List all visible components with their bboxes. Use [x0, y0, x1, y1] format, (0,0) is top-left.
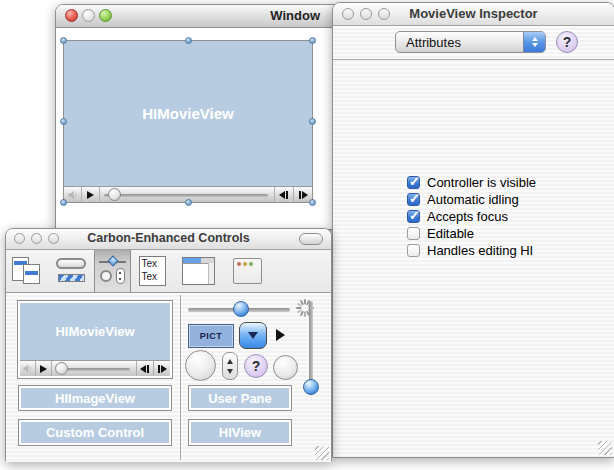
himovieview-control[interactable]: HIMovieView — [63, 40, 313, 203]
checkbox-row[interactable]: Automatic idling — [407, 191, 519, 208]
slider-controls-icon — [99, 257, 127, 285]
hiview-label: HIView — [219, 425, 261, 440]
tex-line: Tex — [142, 271, 158, 282]
movie-controller-preview — [20, 360, 170, 376]
himovieview-preview-label: HIMovieView — [55, 324, 134, 339]
step-back-bar — [147, 365, 149, 373]
checkbox[interactable] — [407, 193, 420, 206]
checkbox-row[interactable]: Accepts focus — [407, 208, 508, 225]
selection-handle[interactable] — [185, 37, 192, 44]
checkbox-label: Handles editing HI — [427, 243, 533, 258]
checkbox[interactable] — [407, 176, 420, 189]
horizontal-slider-thumb[interactable] — [233, 301, 249, 317]
hiview-prototype[interactable]: HIView — [188, 419, 292, 446]
scroll-window-icon — [182, 257, 215, 285]
step-back-button[interactable] — [274, 187, 293, 202]
selection-handle[interactable] — [60, 37, 67, 44]
hiimageview-label: HIImageView — [55, 391, 135, 406]
user-pane-label: User Pane — [208, 391, 272, 406]
attributes-popup[interactable]: Attributes — [395, 31, 546, 53]
checkbox[interactable] — [407, 244, 420, 257]
timeline-thumb[interactable] — [55, 362, 68, 375]
tab-buttons-progress[interactable] — [50, 250, 94, 292]
resize-grip[interactable] — [315, 446, 329, 460]
vertical-slider-thumb[interactable] — [303, 379, 319, 395]
selection-handle[interactable] — [185, 199, 192, 206]
inspector-title: MovieView Inspector — [333, 6, 614, 21]
little-arrows-stepper[interactable] — [222, 352, 238, 380]
timeline-thumb[interactable] — [108, 188, 121, 201]
document-titlebar[interactable]: Window — [56, 5, 342, 28]
checkbox[interactable] — [407, 227, 420, 240]
himovieview-canvas: HIMovieView — [64, 41, 312, 186]
inspector-header-strip: Attributes ? — [333, 26, 614, 60]
checkbox-row[interactable]: Handles editing HI — [407, 242, 533, 259]
volume-button[interactable] — [20, 361, 36, 376]
pict-bevel-button[interactable]: PICT — [188, 324, 234, 348]
selection-handle[interactable] — [60, 118, 67, 125]
movie-timeline[interactable] — [52, 361, 136, 376]
himovieview-preview-canvas: HIMovieView — [20, 303, 170, 360]
play-icon — [87, 191, 94, 199]
selection-handle[interactable] — [309, 118, 316, 125]
step-back-icon — [279, 191, 285, 199]
selection-handle[interactable] — [309, 37, 316, 44]
checkbox-row[interactable]: Controller is visible — [407, 174, 536, 191]
tab-sliders-misc[interactable] — [94, 250, 131, 292]
document-window: Window HIMovieView — [55, 4, 343, 230]
speaker-icon — [67, 189, 79, 201]
popup-arrows-icon — [523, 32, 545, 52]
popup-arrow-button[interactable] — [239, 322, 267, 349]
down-arrow-icon — [227, 369, 233, 374]
step-forward-bar — [299, 191, 301, 199]
palette-titlebar[interactable]: Carbon-Enhanced Controls — [6, 229, 331, 250]
palette-title: Carbon-Enhanced Controls — [6, 231, 331, 245]
minimize-button[interactable] — [82, 9, 95, 22]
step-back-bar — [286, 191, 288, 199]
step-forward-bar — [158, 365, 160, 373]
help-button[interactable]: ? — [244, 354, 268, 378]
himovieview-prototype[interactable]: HIMovieView — [17, 300, 173, 379]
play-button[interactable] — [36, 361, 52, 376]
toolbar-toggle-pill[interactable] — [299, 233, 323, 245]
play-button[interactable] — [82, 187, 100, 202]
document-content: HIMovieView — [56, 28, 342, 229]
resize-grip[interactable] — [598, 441, 612, 455]
step-forward-button[interactable] — [153, 361, 170, 376]
round-button-small[interactable] — [273, 355, 298, 380]
close-button[interactable] — [65, 9, 78, 22]
inspector-window: MovieView Inspector Attributes ? Control… — [332, 2, 614, 458]
user-pane-prototype[interactable]: User Pane — [188, 385, 292, 411]
up-arrow-icon — [227, 359, 233, 364]
help-button[interactable]: ? — [556, 31, 578, 53]
checkbox-label: Controller is visible — [427, 175, 536, 190]
palette-content: HIMovieView — [6, 293, 331, 462]
round-button-large[interactable] — [185, 350, 216, 381]
custom-control-label: Custom Control — [46, 425, 144, 440]
palette-window: Carbon-Enhanced Controls Tex Tex — [5, 228, 332, 462]
disclosure-triangle[interactable] — [276, 329, 285, 341]
custom-control-prototype[interactable]: Custom Control — [18, 419, 172, 446]
checkbox-label: Accepts focus — [427, 209, 508, 224]
desktop: Window HIMovieView — [0, 0, 614, 470]
checkbox[interactable] — [407, 210, 420, 223]
tab-text-fields[interactable]: Tex Tex — [131, 250, 173, 292]
down-arrow-icon — [248, 332, 258, 339]
tab-windows[interactable] — [223, 250, 271, 292]
play-icon — [40, 365, 47, 373]
selection-handle[interactable] — [60, 199, 67, 206]
tex-line: Tex — [142, 258, 158, 269]
popup-selected-value: Attributes — [406, 35, 461, 50]
step-back-button[interactable] — [136, 361, 153, 376]
inspector-titlebar[interactable]: MovieView Inspector — [333, 3, 614, 26]
step-forward-icon — [302, 191, 308, 199]
selection-handle[interactable] — [309, 199, 316, 206]
hiimageview-prototype[interactable]: HIImageView — [18, 385, 172, 411]
palette-toolbar: Tex Tex — [6, 250, 331, 293]
volume-button[interactable] — [64, 187, 82, 202]
checkbox-row[interactable]: Editable — [407, 225, 474, 242]
tab-list-controls[interactable] — [6, 250, 50, 292]
tab-scroll-views[interactable] — [173, 250, 223, 292]
zoom-button[interactable] — [99, 9, 112, 22]
speaker-icon — [22, 363, 33, 374]
